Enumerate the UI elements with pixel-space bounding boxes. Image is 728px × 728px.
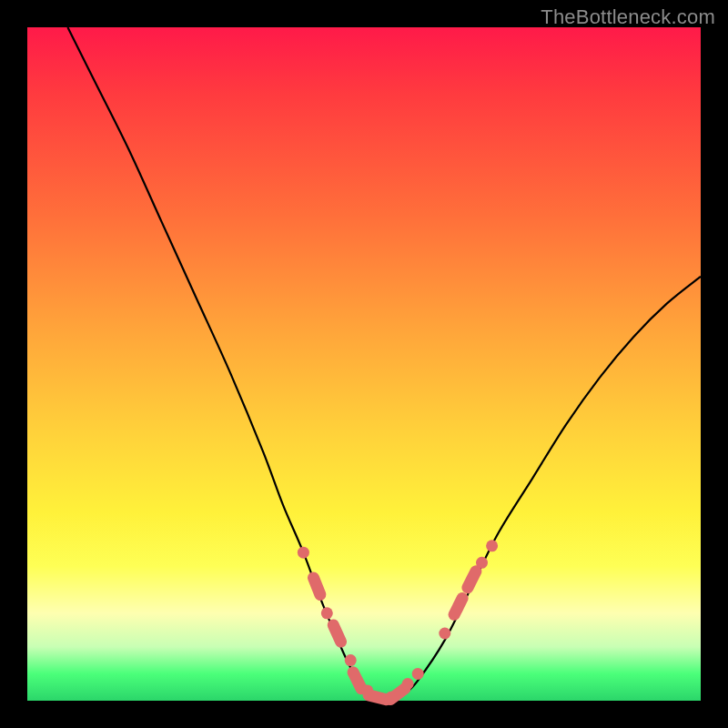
marker-segment xyxy=(454,598,462,614)
marker-segment xyxy=(333,625,340,642)
marker-dot xyxy=(402,678,414,690)
watermark-text: TheBottleneck.com xyxy=(541,5,715,29)
marker-dot xyxy=(298,547,309,559)
marker-dot xyxy=(412,668,424,680)
marker-segment xyxy=(313,578,319,595)
marker-dot xyxy=(439,628,450,640)
curve-path xyxy=(67,27,701,702)
marker-segment xyxy=(369,695,386,700)
marker-dot xyxy=(345,654,357,666)
marker-segment xyxy=(468,571,476,588)
plot-area xyxy=(27,27,701,701)
marker-segment xyxy=(390,689,405,700)
marker-dot xyxy=(476,557,488,569)
chart-frame: TheBottleneck.com xyxy=(0,0,728,728)
bottleneck-curve xyxy=(67,27,701,702)
marker-segment xyxy=(353,672,361,689)
marker-dot xyxy=(486,540,498,551)
marker-group xyxy=(298,540,498,703)
marker-dot xyxy=(321,607,333,619)
curve-svg xyxy=(27,27,701,701)
